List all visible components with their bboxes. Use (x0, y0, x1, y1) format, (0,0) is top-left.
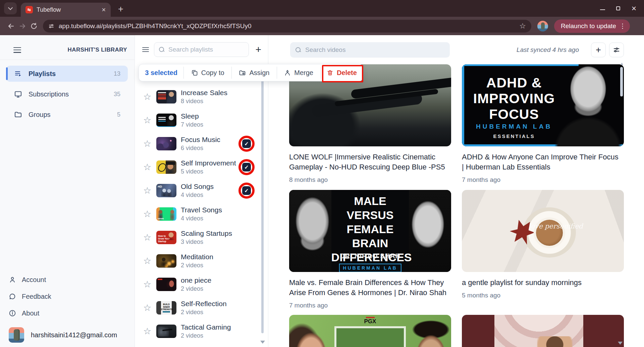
relaunch-to-update-button[interactable]: Relaunch to update ⋮ (554, 19, 630, 33)
favorite-star-icon[interactable] (143, 209, 152, 219)
add-playlist-button[interactable]: + (254, 45, 263, 55)
playlist-row-old-songs[interactable]: HD Old Songs4 videos (135, 179, 262, 202)
library-sidebar: HARSHIT'S LIBRARY Playlists 13 Subscript… (0, 35, 135, 347)
checkbox-checked-icon (242, 186, 251, 195)
tab-close-icon[interactable]: ✕ (102, 7, 106, 13)
playlist-title: Scaling Startups (181, 229, 232, 237)
playlist-search-box[interactable] (154, 42, 249, 57)
video-card-brain-differences[interactable]: MALE VERSUS FEMALE BRAIN DIFFERENCES DR.… (289, 190, 451, 309)
sidebar-item-groups[interactable]: Groups 5 (6, 107, 128, 123)
playlist-row-one-piece[interactable]: one piece2 videos (135, 273, 262, 296)
browser-tab-bar: ⇆ Tubeflow ✕ + ✕ (0, 0, 644, 17)
assign-button[interactable]: Assign (232, 64, 276, 81)
filter-button[interactable] (609, 43, 624, 57)
sidebar-menu-icon[interactable] (13, 47, 21, 53)
tab-title: Tubeflow (37, 6, 98, 13)
playlist-thumbnail: vevo (156, 207, 176, 221)
video-thumbnail (462, 315, 624, 347)
plus-icon: + (596, 46, 601, 55)
about-label: About (22, 309, 39, 317)
site-settings-icon[interactable] (48, 23, 54, 29)
favorite-star-icon[interactable] (143, 256, 152, 266)
videos-scrollbar[interactable] (620, 67, 623, 96)
playlist-title: Sleep (181, 112, 199, 120)
search-icon (296, 47, 301, 53)
url-text[interactable]: app.tubeflow.ai/playlists/PLZBHh4TN9cnkY… (59, 22, 515, 30)
sidebar-item-subscriptions[interactable]: Subscriptions 35 (6, 86, 128, 102)
copy-to-button[interactable]: Copy to (184, 64, 231, 81)
video-card-lone-wolf[interactable]: LONE WOLF |Immersive Realistic Cinematic… (289, 64, 451, 184)
video-search-box[interactable] (290, 42, 450, 58)
sidebar-item-playlists[interactable]: Playlists 13 (6, 66, 128, 82)
forward-button[interactable] (17, 20, 28, 32)
playlist-row-meditation[interactable]: Meditation2 videos (135, 249, 262, 273)
playlist-scrollbar[interactable] (261, 79, 264, 333)
playlist-search-input[interactable] (168, 46, 244, 53)
hd-badge: HD (158, 185, 162, 188)
tab-search-button[interactable] (4, 2, 17, 14)
playlist-title: Tactical Gaming (181, 323, 231, 331)
playlist-row-tactical-gaming[interactable]: Tactical Gaming2 videos (135, 320, 262, 343)
favorite-star-icon[interactable] (143, 162, 152, 172)
sidebar-item-account[interactable]: Account (9, 271, 127, 288)
favorite-star-icon[interactable] (143, 326, 152, 337)
playlist-row-self-reflection[interactable]: BUILD INNER STRENGTH Self-Reflection2 vi… (135, 296, 262, 320)
video-search-input[interactable] (305, 46, 444, 54)
thumbnail-caption: BUILD INNER STRENGTH (161, 303, 172, 311)
browser-profile-avatar[interactable] (537, 21, 548, 31)
bookmark-star-icon[interactable]: ☆ (519, 22, 526, 30)
playlist-selected-checkbox[interactable] (238, 159, 255, 175)
playlist-meta: 2 videos (181, 262, 213, 269)
scroll-down-chevron-icon[interactable] (260, 341, 265, 344)
browser-tab-tubeflow[interactable]: ⇆ Tubeflow ✕ (21, 3, 111, 17)
user-profile[interactable]: harshitsaini1412@gmail.com (9, 326, 127, 344)
playlist-row-sleep[interactable]: Sleep7 videos (135, 109, 262, 132)
sidebar-item-about[interactable]: About (9, 305, 127, 322)
favorite-star-icon[interactable] (143, 279, 152, 290)
playlist-row-increase-sales[interactable]: Increase Sales8 videos (135, 85, 262, 109)
sidebar-item-feedback[interactable]: Feedback (9, 288, 127, 305)
close-button[interactable]: ✕ (631, 5, 637, 12)
playlist-row-scaling-startups[interactable]: How to Grow Your Startup Scaling Startup… (135, 226, 262, 249)
scroll-up-arrow-icon[interactable] (621, 63, 623, 65)
add-video-button[interactable]: + (591, 43, 606, 57)
thumb-art-brand: HUBERMAN LAB (472, 123, 556, 130)
minimize-button[interactable] (600, 9, 605, 10)
relaunch-label: Relaunch to update (561, 22, 616, 30)
video-card-couple[interactable] (462, 315, 624, 347)
video-card-gentle-playlist[interactable]: love personified a gentle playlist for s… (462, 190, 624, 309)
video-card-pgx[interactable]: PGX (289, 315, 451, 347)
merge-button[interactable]: Merge (277, 64, 321, 81)
playlist-thumbnail (156, 278, 176, 291)
playlist-selected-checkbox[interactable] (238, 183, 255, 199)
playlist-thumbnail: HD (156, 184, 176, 197)
playlist-title: one piece (181, 276, 211, 284)
back-button[interactable] (5, 20, 17, 32)
playlist-thumbnail: How to Grow Your Startup (156, 231, 176, 244)
sidebar-item-label: Groups (29, 111, 51, 119)
playlist-row-travel-songs[interactable]: vevo Travel Songs4 videos (135, 202, 262, 226)
video-title: Male vs. Female Brain Differences & How … (289, 278, 447, 298)
playlist-row-focus-music[interactable]: Focus Music6 videos (135, 132, 262, 155)
playlist-thumbnail (156, 90, 176, 103)
favorite-star-icon[interactable] (143, 185, 152, 196)
assign-label: Assign (249, 69, 269, 77)
playlist-selected-checkbox[interactable] (238, 136, 255, 152)
new-tab-button[interactable]: + (118, 5, 123, 14)
restore-button[interactable] (616, 6, 620, 10)
playlist-meta: 3 videos (181, 238, 232, 246)
panel-menu-icon[interactable] (142, 47, 149, 52)
favorite-star-icon[interactable] (143, 232, 152, 243)
favorite-star-icon[interactable] (143, 115, 152, 126)
playlist-row-self-improvement[interactable]: Self Improvement5 videos (135, 155, 262, 179)
scroll-down-chevron-icon[interactable] (618, 342, 623, 345)
playlists-icon (14, 70, 22, 78)
favorite-star-icon[interactable] (143, 302, 152, 313)
favorite-star-icon[interactable] (143, 91, 152, 102)
browser-menu-icon[interactable]: ⋮ (620, 22, 626, 30)
delete-button[interactable]: Delete (321, 64, 363, 81)
address-bar[interactable]: app.tubeflow.ai/playlists/PLZBHh4TN9cnkY… (43, 20, 531, 32)
favorite-star-icon[interactable] (143, 138, 152, 149)
reload-button[interactable] (28, 20, 40, 32)
video-card-adhd-focus[interactable]: ADHD & IMPROVING FOCUS HUBERMAN LAB ESSE… (462, 64, 624, 184)
